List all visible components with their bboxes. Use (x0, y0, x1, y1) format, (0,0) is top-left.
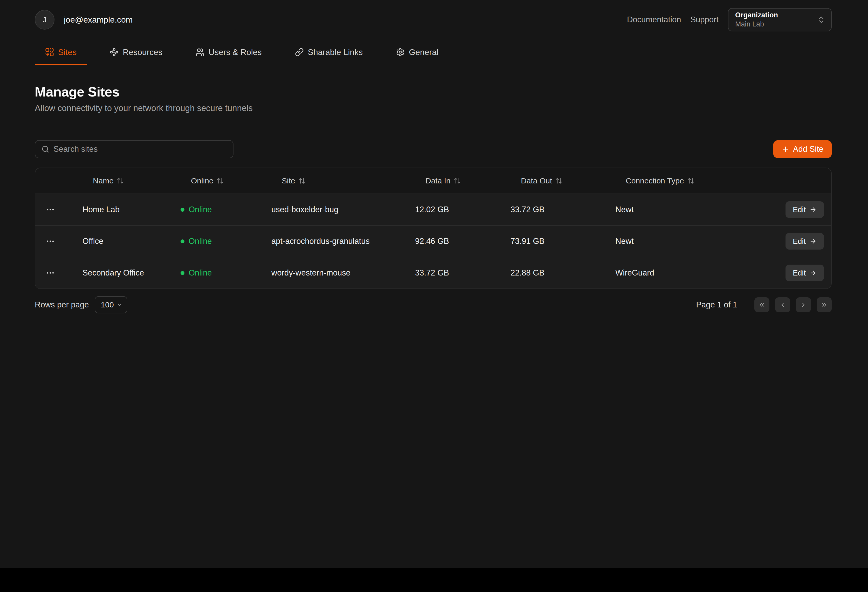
app-root: J joe@example.com Documentation Support … (0, 0, 868, 568)
tab-label: Sharable Links (308, 47, 363, 57)
avatar[interactable]: J (35, 10, 55, 30)
ellipsis-icon (46, 236, 55, 246)
cell-site-name: Home Lab (83, 205, 180, 214)
cell-data-in: 12.02 GB (415, 205, 511, 214)
table-row: Home Lab Online used-boxelder-bug 12.02 … (35, 193, 831, 225)
cell-connection-type: Newt (615, 236, 781, 246)
tab-label: General (409, 47, 438, 57)
sort-icon (217, 177, 224, 185)
page-title: Manage Sites (35, 84, 832, 100)
chevrons-left-icon (759, 301, 765, 308)
rows-per-page: Rows per page 100 (35, 296, 127, 313)
cell-data-out: 22.88 GB (511, 268, 615, 278)
tab-sharable-links[interactable]: Sharable Links (285, 40, 373, 65)
support-link[interactable]: Support (690, 15, 719, 24)
toolbar: Add Site (35, 140, 832, 158)
documentation-link[interactable]: Documentation (627, 15, 681, 24)
tab-general[interactable]: General (385, 40, 449, 65)
online-label: Online (189, 205, 212, 214)
edit-label: Edit (793, 269, 806, 277)
add-site-button[interactable]: Add Site (773, 140, 832, 158)
online-dot-icon (180, 239, 185, 244)
rows-per-page-value: 100 (101, 300, 114, 309)
sort-icon (117, 177, 124, 185)
edit-button[interactable]: Edit (785, 264, 824, 281)
sort-icon (454, 177, 461, 185)
tab-sites[interactable]: Sites (35, 40, 87, 65)
page-status: Page 1 of 1 (696, 300, 737, 310)
last-page-button[interactable] (816, 297, 832, 312)
sort-icon (298, 177, 306, 185)
cell-connection-type: WireGuard (615, 268, 781, 278)
ellipsis-icon (46, 205, 55, 214)
edit-button[interactable]: Edit (785, 201, 824, 218)
column-label: Data Out (521, 176, 552, 185)
gear-icon (396, 48, 405, 56)
user-info: J joe@example.com (35, 10, 133, 30)
cell-site-name: Secondary Office (83, 268, 180, 278)
cell-data-in: 92.46 GB (415, 236, 511, 246)
search-icon (41, 145, 49, 153)
sites-grid-icon (45, 48, 54, 56)
cell-data-out: 73.91 GB (511, 236, 615, 246)
tab-resources[interactable]: Resources (99, 40, 173, 65)
online-dot-icon (180, 208, 185, 212)
cell-site-id: wordy-western-mouse (272, 268, 415, 278)
user-email: joe@example.com (64, 15, 133, 25)
prev-page-button[interactable] (775, 297, 790, 312)
column-header-online[interactable]: Online (180, 176, 224, 185)
cell-online-status: Online (180, 205, 272, 214)
column-label: Online (191, 176, 214, 185)
column-header-data-in[interactable]: Data In (415, 176, 461, 185)
column-header-connection-type[interactable]: Connection Type (615, 176, 694, 185)
org-selector-label: Organization (735, 10, 778, 20)
chevron-left-icon (779, 301, 786, 308)
tab-users-roles[interactable]: Users & Roles (185, 40, 272, 65)
tab-label: Sites (58, 47, 77, 57)
chevron-right-icon (800, 301, 807, 308)
nav-tabs: Sites Resources Users & Roles Sharable L… (0, 40, 868, 65)
chevron-down-icon (117, 302, 123, 308)
row-menu-button[interactable] (44, 266, 57, 280)
table-row: Office Online apt-acrochordus-granulatus… (35, 225, 831, 257)
rows-per-page-label: Rows per page (35, 300, 89, 310)
online-label: Online (189, 236, 212, 246)
plus-icon (782, 145, 790, 153)
column-header-data-out[interactable]: Data Out (511, 176, 562, 185)
users-icon (196, 48, 204, 56)
edit-button[interactable]: Edit (785, 233, 824, 249)
chevrons-right-icon (821, 301, 828, 308)
column-header-site[interactable]: Site (272, 176, 306, 185)
column-label: Connection Type (626, 176, 684, 185)
cell-data-in: 33.72 GB (415, 268, 511, 278)
cell-site-name: Office (83, 236, 180, 246)
chevrons-up-down-icon (817, 16, 825, 24)
table-row: Secondary Office Online wordy-western-mo… (35, 257, 831, 288)
topbar-links: Documentation Support Organization Main … (627, 8, 832, 31)
online-label: Online (189, 268, 212, 278)
arrow-right-icon (809, 238, 816, 245)
column-header-name[interactable]: Name (83, 176, 124, 185)
avatar-initial: J (43, 15, 47, 24)
org-selector[interactable]: Organization Main Lab (728, 8, 832, 31)
waypoints-icon (110, 48, 118, 56)
table-header-row: Name Online Site (35, 168, 831, 193)
edit-label: Edit (793, 205, 806, 214)
rows-per-page-select[interactable]: 100 (95, 296, 127, 313)
ellipsis-icon (46, 268, 55, 278)
next-page-button[interactable] (796, 297, 811, 312)
cell-online-status: Online (180, 268, 272, 278)
topbar: J joe@example.com Documentation Support … (0, 0, 868, 40)
first-page-button[interactable] (754, 297, 769, 312)
sites-table: Name Online Site (35, 168, 832, 289)
search-box (35, 140, 233, 158)
row-menu-button[interactable] (44, 203, 57, 216)
row-menu-button[interactable] (44, 235, 57, 248)
search-input[interactable] (53, 145, 227, 154)
sort-icon (555, 177, 562, 185)
arrow-right-icon (809, 206, 816, 213)
cell-site-id: apt-acrochordus-granulatus (272, 236, 415, 246)
tab-label: Resources (123, 47, 162, 57)
tab-label: Users & Roles (208, 47, 262, 57)
edit-label: Edit (793, 237, 806, 246)
